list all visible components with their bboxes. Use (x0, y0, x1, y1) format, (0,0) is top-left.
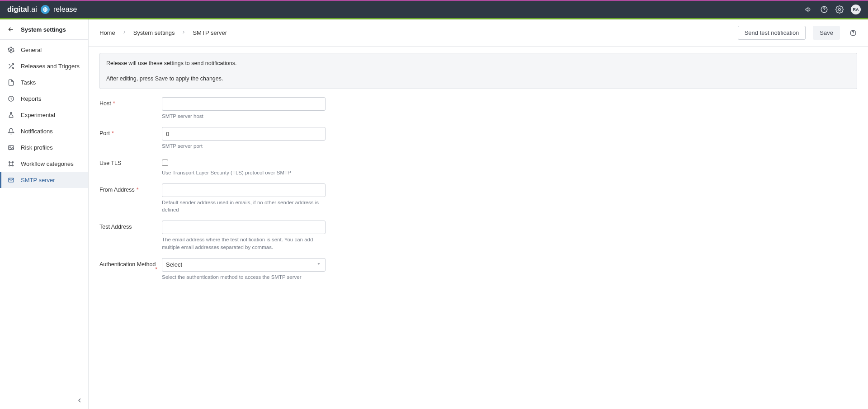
auth-method-label: Authentication Method* (99, 258, 162, 268)
auth-method-desc: Select the authentication method to acce… (162, 273, 326, 281)
sidebar-item-label: Workflow categories (21, 160, 74, 167)
breadcrumb-home[interactable]: Home (99, 29, 115, 36)
from-address-desc: Default sender address used in emails, i… (162, 199, 326, 213)
user-avatar[interactable]: RA (851, 5, 861, 14)
test-address-desc: The email address where the test notific… (162, 236, 326, 250)
company-logo: digital.ai (7, 5, 37, 14)
use-tls-checkbox[interactable] (162, 160, 168, 166)
field-row-auth-method: Authentication Method* Select Select the… (99, 258, 425, 281)
info-banner: Release will use these settings to send … (99, 53, 857, 89)
app-logo-icon (41, 5, 50, 14)
header-actions: RA (805, 5, 861, 14)
test-address-input[interactable] (162, 221, 326, 234)
sidebar-item-label: Reports (21, 95, 42, 102)
breadcrumb-current: SMTP server (193, 29, 227, 36)
send-test-notification-button[interactable]: Send test notification (738, 26, 806, 40)
sidebar-item-notifications[interactable]: Notifications (0, 123, 88, 139)
megaphone-icon[interactable] (805, 5, 813, 14)
info-line-2: After editing, press Save to apply the c… (106, 74, 850, 83)
save-button[interactable]: Save (813, 26, 840, 40)
breadcrumb: Home System settings SMTP server (99, 29, 227, 36)
field-row-port: Port* SMTP server port (99, 127, 425, 150)
sidebar-item-label: SMTP server (21, 177, 55, 183)
host-label: Host* (99, 97, 162, 107)
clock-icon (7, 95, 14, 102)
breadcrumb-system-settings[interactable]: System settings (133, 29, 175, 36)
gear-icon (7, 46, 14, 53)
nodes-icon (7, 160, 14, 167)
port-desc: SMTP server port (162, 142, 326, 150)
svg-point-9 (9, 165, 10, 166)
main: Home System settings SMTP server Send te… (89, 19, 868, 409)
svg-point-10 (12, 165, 14, 166)
svg-point-7 (9, 161, 10, 163)
app-name: release (53, 5, 77, 14)
sidebar-item-label: Notifications (21, 128, 53, 135)
caret-down-icon (316, 261, 321, 268)
svg-point-3 (10, 49, 12, 51)
field-row-host: Host* SMTP server host (99, 97, 425, 120)
use-tls-desc: Use Transport Layer Security (TLS) proto… (162, 169, 326, 176)
sidebar-header: System settings (0, 19, 88, 40)
sidebar-item-label: Releases and Triggers (21, 63, 80, 70)
sidebar-item-label: Risk profiles (21, 144, 53, 151)
bell-icon (7, 127, 14, 135)
sidebar-item-risk-profiles[interactable]: Risk profiles (0, 139, 88, 155)
from-address-input[interactable] (162, 183, 326, 197)
sidebar-item-reports[interactable]: Reports (0, 90, 88, 107)
topbar: digital.ai release RA (0, 0, 868, 18)
sidebar-item-tasks[interactable]: Tasks (0, 74, 88, 90)
svg-point-6 (9, 146, 10, 147)
sidebar-item-general[interactable]: General (0, 42, 88, 58)
host-desc: SMTP server host (162, 113, 326, 120)
sidebar-item-experimental[interactable]: Experimental (0, 107, 88, 123)
port-input[interactable] (162, 127, 326, 141)
port-label: Port* (99, 127, 162, 136)
flask-icon (7, 111, 14, 118)
sidebar-item-label: General (21, 47, 42, 53)
page-header: Home System settings SMTP server Send te… (89, 19, 868, 47)
use-tls-label: Use TLS (99, 157, 162, 166)
page-help-icon[interactable] (849, 29, 857, 37)
shuffle-icon (7, 62, 14, 70)
smtp-form: Host* SMTP server host Port* SMTP server… (99, 97, 425, 281)
field-row-test-address: Test Address The email address where the… (99, 221, 425, 250)
test-address-label: Test Address (99, 221, 162, 230)
help-icon[interactable] (820, 5, 828, 14)
content: Release will use these settings to send … (89, 47, 868, 409)
image-icon (7, 144, 14, 151)
sidebar-title: System settings (21, 26, 66, 33)
chevron-right-icon (122, 29, 127, 36)
collapse-sidebar-icon[interactable] (75, 395, 85, 405)
file-icon (7, 79, 14, 86)
back-arrow-icon[interactable] (7, 26, 14, 33)
auth-method-value: Select (166, 261, 182, 268)
sidebar-item-label: Tasks (21, 79, 36, 86)
svg-point-2 (839, 9, 841, 11)
svg-point-8 (12, 161, 14, 163)
from-address-label: From Address* (99, 183, 162, 193)
sidebar-item-smtp-server[interactable]: SMTP server (0, 172, 88, 188)
sidebar-item-releases-and-triggers[interactable]: Releases and Triggers (0, 58, 88, 74)
sidebar-item-workflow-categories[interactable]: Workflow categories (0, 155, 88, 172)
auth-method-select[interactable]: Select (162, 258, 326, 272)
sidebar: System settings GeneralReleases and Trig… (0, 19, 89, 409)
field-row-from-address: From Address* Default sender address use… (99, 183, 425, 213)
field-row-use-tls: Use TLS Use Transport Layer Security (TL… (99, 157, 425, 176)
mail-icon (7, 176, 14, 183)
info-line-1: Release will use these settings to send … (106, 59, 850, 68)
chevron-right-icon (181, 29, 186, 36)
sidebar-item-label: Experimental (21, 112, 55, 118)
settings-icon[interactable] (835, 5, 844, 14)
sidebar-nav: GeneralReleases and TriggersTasksReports… (0, 40, 88, 409)
host-input[interactable] (162, 97, 326, 111)
brand: digital.ai release (7, 5, 77, 14)
